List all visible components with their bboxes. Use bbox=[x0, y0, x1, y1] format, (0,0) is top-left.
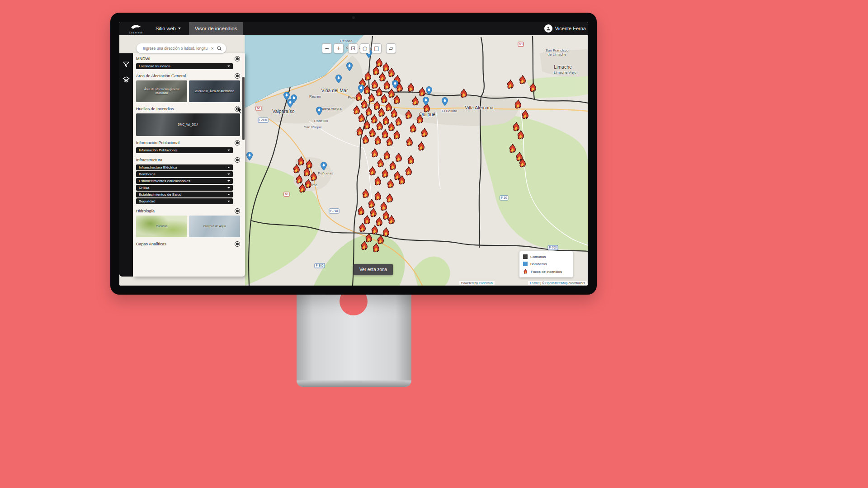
fire-marker[interactable] bbox=[373, 135, 383, 145]
infraestructura-select-0-value: Infraestructura Eléctrica bbox=[139, 165, 177, 169]
zoom-out-button[interactable]: − bbox=[322, 43, 332, 53]
hidrologia-thumb-0[interactable]: Cuencas bbox=[136, 216, 187, 237]
fire-marker[interactable] bbox=[405, 136, 415, 147]
huellas-thumb[interactable]: DMC_Val_2014 bbox=[136, 113, 240, 136]
fire-marker[interactable] bbox=[361, 188, 371, 199]
brand-name: Coderhub bbox=[129, 32, 143, 34]
fire-marker[interactable] bbox=[376, 158, 386, 168]
afectacion-thumb-1[interactable]: 20240208_Área de Afectación bbox=[189, 80, 240, 102]
fire-marker[interactable] bbox=[372, 243, 381, 253]
infraestructura-select-3[interactable]: Crítica bbox=[136, 185, 233, 191]
search-icon[interactable] bbox=[217, 46, 222, 51]
fire-marker[interactable] bbox=[506, 79, 515, 89]
avatar bbox=[544, 24, 552, 33]
filter-icon[interactable] bbox=[123, 61, 130, 68]
fire-marker[interactable] bbox=[298, 183, 307, 193]
fire-marker[interactable] bbox=[397, 175, 407, 185]
bombero-marker[interactable] bbox=[286, 99, 294, 108]
bombero-marker[interactable] bbox=[316, 107, 323, 116]
fire-marker[interactable] bbox=[386, 178, 396, 189]
fire-marker[interactable] bbox=[518, 75, 528, 85]
view-zone-button[interactable]: Ver esta zona bbox=[354, 264, 393, 275]
place-label: Peñuelas bbox=[318, 171, 333, 175]
app-window: Coderhub Sitio web Visor de incendios Vi… bbox=[119, 22, 588, 286]
infraestructura-select-4[interactable]: Establecimientos de Salud bbox=[136, 192, 233, 197]
layer-toggle-mndwi[interactable] bbox=[235, 56, 240, 61]
place-label: San Roque bbox=[304, 125, 322, 129]
tab-visor-incendios[interactable]: Visor de incendios bbox=[189, 22, 243, 35]
layer-toggle-infraestructura[interactable] bbox=[235, 157, 240, 163]
place-label: El Belloto bbox=[442, 109, 457, 113]
fire-marker[interactable] bbox=[387, 215, 396, 225]
fire-marker[interactable] bbox=[518, 158, 528, 168]
eraser-tool-button[interactable]: ▱ bbox=[386, 43, 396, 53]
extent-tool-button[interactable]: ⊡ bbox=[348, 43, 358, 53]
bombero-marker[interactable] bbox=[245, 152, 253, 161]
fire-marker[interactable] bbox=[404, 166, 414, 176]
fire-marker[interactable] bbox=[361, 134, 371, 145]
layers-panel: MNDWI Localidad Inundada Área de Afectac… bbox=[133, 53, 245, 277]
bombero-marker[interactable] bbox=[425, 86, 433, 96]
chevron-down-icon bbox=[227, 187, 230, 188]
layer-toggle-poblacional[interactable] bbox=[235, 140, 240, 145]
mndwi-select[interactable]: Localidad Inundada bbox=[136, 63, 233, 69]
fire-marker[interactable] bbox=[370, 148, 380, 158]
fire-marker[interactable] bbox=[417, 141, 426, 151]
fire-marker[interactable] bbox=[404, 109, 414, 120]
infraestructura-select-5[interactable]: Seguridad bbox=[136, 198, 233, 204]
section-label-analiticas: Capas Analíticas bbox=[136, 242, 166, 246]
layer-toggle-hidrologia[interactable] bbox=[235, 208, 240, 214]
attribution-contributors: contributors bbox=[567, 282, 585, 285]
chevron-down-icon bbox=[227, 174, 230, 175]
osm-link[interactable]: OpenStreetMap bbox=[545, 282, 567, 285]
fire-marker[interactable] bbox=[521, 109, 530, 120]
bombero-marker[interactable] bbox=[320, 162, 328, 171]
coderhub-link[interactable]: Coderhub bbox=[479, 282, 493, 285]
bombero-marker[interactable] bbox=[392, 80, 399, 89]
fire-marker[interactable] bbox=[358, 222, 367, 233]
fire-marker[interactable] bbox=[514, 99, 523, 109]
clear-search-icon[interactable]: × bbox=[211, 46, 214, 51]
fire-marker[interactable] bbox=[459, 88, 469, 99]
bombero-marker[interactable] bbox=[422, 97, 430, 106]
search-input[interactable] bbox=[142, 46, 208, 51]
bombero-marker[interactable] bbox=[441, 97, 449, 107]
legend-item: Comunas bbox=[523, 254, 569, 259]
place-label: Limache Viejo bbox=[554, 70, 576, 75]
poblacional-select[interactable]: Información Poblacional bbox=[136, 147, 233, 153]
fire-marker[interactable] bbox=[516, 130, 526, 140]
zoom-in-button[interactable]: + bbox=[334, 43, 344, 53]
fire-marker[interactable] bbox=[392, 94, 402, 105]
infraestructura-select-0[interactable]: Infraestructura Eléctrica bbox=[136, 164, 233, 170]
nav-sitio-web[interactable]: Sitio web bbox=[156, 26, 181, 31]
bombero-marker[interactable] bbox=[346, 62, 354, 72]
fire-marker[interactable] bbox=[406, 155, 416, 165]
fire-marker[interactable] bbox=[406, 82, 416, 93]
fire-marker[interactable] bbox=[385, 136, 395, 147]
fire-marker[interactable] bbox=[292, 164, 302, 174]
rectangle-draw-button[interactable]: □ bbox=[372, 43, 382, 53]
coderhub-logo[interactable]: Coderhub bbox=[125, 23, 147, 34]
user-menu[interactable]: Vicente Ferna bbox=[544, 24, 586, 33]
fire-marker[interactable] bbox=[373, 176, 383, 186]
road-shield: 60 bbox=[255, 106, 261, 111]
infraestructura-select-1[interactable]: Bomberos bbox=[136, 171, 233, 177]
layer-toggle-analiticas[interactable] bbox=[235, 241, 240, 247]
layers-icon[interactable] bbox=[123, 76, 130, 83]
layer-toggle-afectacion[interactable] bbox=[235, 73, 240, 79]
fire-marker[interactable] bbox=[368, 166, 377, 176]
bombero-marker[interactable] bbox=[335, 75, 343, 84]
afectacion-thumb-0[interactable]: Área de afectación general calculada bbox=[136, 80, 187, 102]
infraestructura-select-2-value: Establecimientos educacionales bbox=[139, 179, 190, 183]
infraestructura-select-2[interactable]: Establecimientos educacionales bbox=[136, 178, 233, 184]
fire-marker[interactable] bbox=[411, 96, 420, 106]
fire-marker[interactable] bbox=[528, 82, 538, 93]
fire-marker[interactable] bbox=[360, 240, 369, 251]
section-label-afectacion: Área de Afectación General bbox=[136, 74, 186, 78]
circle-draw-button[interactable]: ○ bbox=[360, 43, 370, 53]
hidrologia-thumb-1[interactable]: Cuerpos de Agua bbox=[189, 216, 240, 237]
fire-marker[interactable] bbox=[409, 123, 418, 133]
bombero-marker[interactable] bbox=[358, 84, 365, 94]
leaflet-link[interactable]: Leaflet bbox=[530, 282, 539, 285]
fire-marker[interactable] bbox=[420, 127, 429, 138]
